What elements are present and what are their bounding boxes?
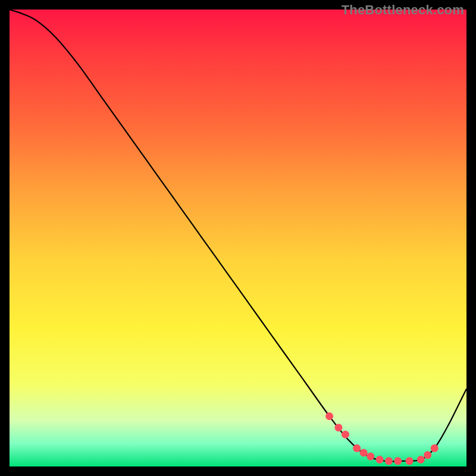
- highlight-dot: [367, 453, 374, 461]
- highlight-dot: [376, 456, 384, 464]
- highlight-dot: [334, 424, 342, 431]
- chart-frame: [10, 10, 466, 466]
- gradient-background: [10, 10, 466, 466]
- highlight-dot: [353, 444, 361, 452]
- highlight-dot: [417, 456, 425, 464]
- highlight-dot: [431, 444, 439, 452]
- highlight-dot: [406, 457, 414, 465]
- highlight-dot: [342, 431, 349, 439]
- highlight-dot: [385, 457, 393, 465]
- attribution-text: TheBottleneck.com: [342, 2, 464, 18]
- highlight-dot: [424, 451, 431, 459]
- highlight-dot: [394, 457, 402, 465]
- highlight-dot: [325, 412, 333, 420]
- highlight-dot: [360, 449, 368, 456]
- chart-svg: [10, 10, 466, 466]
